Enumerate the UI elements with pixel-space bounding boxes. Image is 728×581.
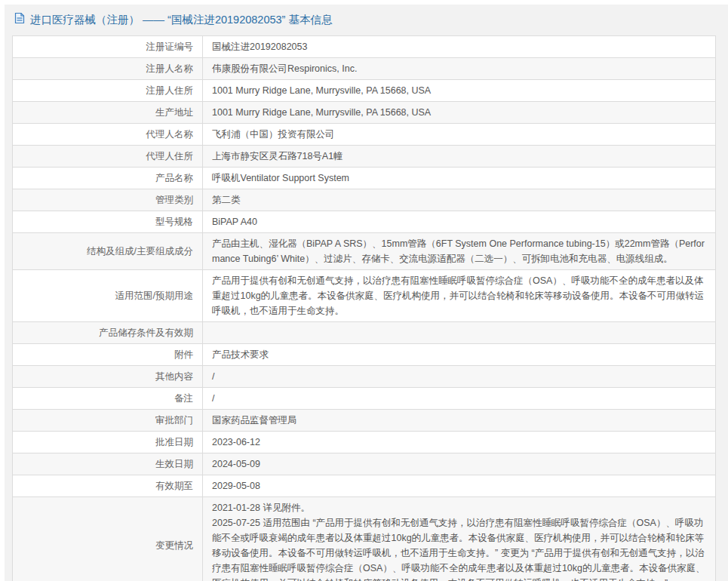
row-value: 第二类 — [203, 189, 716, 211]
table-row: 备注 / — [13, 388, 716, 410]
row-value: 伟康股份有限公司Respironics, Inc. — [203, 58, 716, 80]
document-icon — [14, 12, 25, 27]
table-row: 产品储存条件及有效期 — [13, 322, 716, 344]
row-label: 其他内容 — [13, 366, 203, 388]
page-header: 进口医疗器械（注册） —— “国械注进20192082053” 基本信息 — [5, 5, 728, 33]
table-row: 生效日期 2024-05-09 — [13, 453, 716, 475]
row-label: 型号规格 — [13, 211, 203, 233]
table-row: 审批部门 国家药品监督管理局 — [13, 410, 716, 432]
row-label: 注册人住所 — [13, 80, 203, 102]
table-row: 适用范围/预期用途 产品用于提供有创和无创通气支持，以治疗患有阻塞性睡眠呼吸暂停… — [13, 270, 716, 322]
row-label: 代理人名称 — [13, 124, 203, 146]
row-label: 附件 — [13, 344, 203, 366]
row-label: 代理人住所 — [13, 146, 203, 168]
row-label: 产品储存条件及有效期 — [13, 322, 203, 344]
table-row: 批准日期 2023-06-12 — [13, 432, 716, 453]
row-value: 产品技术要求 — [203, 344, 716, 366]
row-label: 备注 — [13, 388, 203, 410]
table-row: 注册人名称 伟康股份有限公司Respironics, Inc. — [13, 58, 716, 80]
row-label: 适用范围/预期用途 — [13, 270, 203, 322]
row-label: 有效期至 — [13, 475, 203, 497]
row-label: 注册人名称 — [13, 58, 203, 80]
page-background: 进口医疗器械（注册） —— “国械注进20192082053” 基本信息 注册证… — [5, 5, 728, 581]
row-value: BiPAP A40 — [203, 211, 716, 233]
row-value: / — [203, 388, 716, 410]
table-row: 有效期至 2029-05-08 — [13, 475, 716, 497]
row-label: 批准日期 — [13, 432, 203, 453]
row-label: 变更情况 — [13, 497, 203, 581]
row-value — [203, 322, 716, 344]
table-row: 产品名称 呼吸机Ventilator Support System — [13, 168, 716, 189]
table-row: 注册证编号 国械注进20192082053 — [13, 36, 716, 58]
row-value-change-history: 2021-01-28 详见附件。 2025-07-25 适用范围由 “产品用于提… — [203, 497, 716, 581]
row-value: 2029-05-08 — [203, 475, 716, 497]
row-label: 管理类别 — [13, 189, 203, 211]
table-row: 管理类别 第二类 — [13, 189, 716, 211]
row-value: 产品用于提供有创和无创通气支持，以治疗患有阻塞性睡眠呼吸暂停综合症（OSA）、呼… — [203, 270, 716, 322]
row-value: 呼吸机Ventilator Support System — [203, 168, 716, 189]
row-value: / — [203, 366, 716, 388]
table-row: 结构及组成/主要组成成分 产品由主机、湿化器（BiPAP A SRS）、15mm… — [13, 233, 716, 270]
registration-info-table: 注册证编号 国械注进20192082053 注册人名称 伟康股份有限公司Resp… — [12, 35, 716, 581]
row-value: 上海市静安区灵石路718号A1幢 — [203, 146, 716, 168]
row-value: 飞利浦（中国）投资有限公司 — [203, 124, 716, 146]
row-value: 国家药品监督管理局 — [203, 410, 716, 432]
table-row: 代理人名称 飞利浦（中国）投资有限公司 — [13, 124, 716, 146]
row-label: 注册证编号 — [13, 36, 203, 58]
row-label: 产品名称 — [13, 168, 203, 189]
table-row: 代理人住所 上海市静安区灵石路718号A1幢 — [13, 146, 716, 168]
row-label: 生产地址 — [13, 102, 203, 124]
table-row: 变更情况 2021-01-28 详见附件。 2025-07-25 适用范围由 “… — [13, 497, 716, 581]
row-value: 2024-05-09 — [203, 453, 716, 475]
table-row: 生产地址 1001 Murry Ridge Lane, Murrysville,… — [13, 102, 716, 124]
row-value: 国械注进20192082053 — [203, 36, 716, 58]
page-title: 进口医疗器械（注册） —— “国械注进20192082053” 基本信息 — [30, 13, 332, 27]
row-label: 结构及组成/主要组成成分 — [13, 233, 203, 270]
table-row: 附件 产品技术要求 — [13, 344, 716, 366]
table-row: 型号规格 BiPAP A40 — [13, 211, 716, 233]
table-row: 注册人住所 1001 Murry Ridge Lane, Murrysville… — [13, 80, 716, 102]
row-label: 审批部门 — [13, 410, 203, 432]
row-label: 生效日期 — [13, 453, 203, 475]
row-value: 产品由主机、湿化器（BiPAP A SRS）、15mm管路（6FT System… — [203, 233, 716, 270]
table-row: 其他内容 / — [13, 366, 716, 388]
row-value: 2023-06-12 — [203, 432, 716, 453]
row-value: 1001 Murry Ridge Lane, Murrysville, PA 1… — [203, 102, 716, 124]
row-value: 1001 Murry Ridge Lane, Murrysville, PA 1… — [203, 80, 716, 102]
